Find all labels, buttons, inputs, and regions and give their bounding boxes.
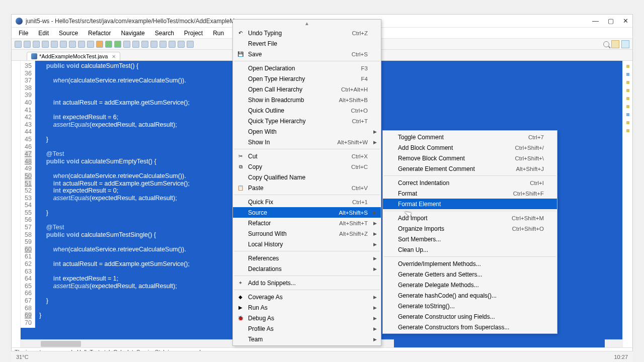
menu-navigate[interactable]: Navigate <box>117 29 148 38</box>
menu-item-declarations[interactable]: Declarations▶ <box>233 263 381 274</box>
menu-file[interactable]: File <box>15 29 32 38</box>
perspective-icon[interactable] <box>621 40 629 48</box>
menu-shortcut: Alt+Shift+J <box>501 166 544 172</box>
toolbar-icon[interactable] <box>141 41 148 48</box>
menu-item-generate-constructor-using-fields[interactable]: Generate Constructor using Fields... <box>383 311 557 322</box>
menu-item-override-implement-methods[interactable]: Override/Implement Methods... <box>383 258 557 269</box>
menu-refactor[interactable]: Refactor <box>84 29 115 38</box>
menu-item-show-in-breadcrumb[interactable]: Show in BreadcrumbAlt+Shift+B <box>233 95 381 105</box>
menu-item-cut[interactable]: ✂CutCtrl+X <box>233 151 381 161</box>
toolbar-icon[interactable] <box>169 41 176 48</box>
search-icon[interactable] <box>603 41 609 47</box>
menu-item-undo-typing[interactable]: ↶Undo TypingCtrl+Z <box>233 28 381 38</box>
menu-shortcut: Ctrl+Shift+\ <box>500 155 544 161</box>
menu-item-format-element[interactable]: Format Element <box>383 199 557 209</box>
menu-item-add-import[interactable]: Add ImportCtrl+Shift+M <box>383 213 557 223</box>
menu-item-label: Toggle Comment <box>398 134 444 141</box>
menu-item-generate-tostring[interactable]: Generate toString()... <box>383 301 557 311</box>
menu-item-label: Open Call Hierarchy <box>248 86 302 93</box>
menu-shortcut: Ctrl+Alt+H <box>326 86 368 93</box>
menu-item-refactor[interactable]: RefactorAlt+Shift+T▶ <box>233 218 381 228</box>
menu-item-sort-members[interactable]: Sort Members... <box>383 234 557 244</box>
toolbar-icon[interactable] <box>24 41 31 48</box>
menu-item-run-as[interactable]: ▶Run As▶ <box>233 302 381 313</box>
menu-item-clean-up[interactable]: Clean Up... <box>383 244 557 255</box>
minimize-button[interactable]: — <box>592 17 599 25</box>
menu-item-copy[interactable]: ⧉CopyCtrl+C <box>233 161 381 172</box>
close-button[interactable]: ✕ <box>623 17 628 25</box>
toolbar-icon[interactable] <box>178 41 185 48</box>
menu-item-add-to-snippets[interactable]: +Add to Snippets... <box>233 278 381 288</box>
menu-shortcut: Ctrl+1 <box>337 199 368 205</box>
toolbar-icon[interactable] <box>96 41 103 48</box>
menu-item-format[interactable]: FormatCtrl+Shift+F <box>383 188 557 199</box>
toolbar-icon[interactable] <box>69 41 76 48</box>
menu-item-generate-hashcode-and-equals[interactable]: Generate hashCode() and equals()... <box>383 290 557 301</box>
toolbar-icon[interactable] <box>150 41 157 48</box>
menu-search[interactable]: Search <box>151 29 178 38</box>
coverage-icon[interactable] <box>114 41 121 48</box>
menu-item-label: Clean Up... <box>398 246 428 253</box>
menu-item-references[interactable]: References▶ <box>233 253 381 263</box>
maximize-button[interactable]: ▢ <box>608 17 614 25</box>
toolbar-icon[interactable] <box>132 41 139 48</box>
toolbar-icon[interactable] <box>187 41 194 48</box>
menu-item-correct-indentation[interactable]: Correct IndentationCtrl+I <box>383 177 557 188</box>
menu-shortcut: Alt+Shift+S <box>324 210 368 216</box>
menu-item-show-in[interactable]: Show InAlt+Shift+W▶ <box>233 137 381 147</box>
menu-item-toggle-comment[interactable]: Toggle CommentCtrl+7 <box>383 132 557 142</box>
menu-item-open-call-hierarchy[interactable]: Open Call HierarchyCtrl+Alt+H <box>233 84 381 95</box>
menu-item-remove-block-comment[interactable]: Remove Block CommentCtrl+Shift+\ <box>383 153 557 163</box>
menu-item-revert-file[interactable]: Revert File <box>233 38 381 49</box>
perspective-icon[interactable] <box>611 40 619 48</box>
menu-item-local-history[interactable]: Local History▶ <box>233 239 381 249</box>
scroll-up-icon[interactable]: ▲ <box>233 21 381 28</box>
toolbar-icon[interactable] <box>159 41 167 48</box>
menu-project[interactable]: Project <box>180 29 207 38</box>
menu-shortcut: Ctrl+X <box>337 153 368 159</box>
menu-item-generate-getters-and-setters[interactable]: Generate Getters and Setters... <box>383 269 557 280</box>
menu-item-generate-delegate-methods[interactable]: Generate Delegate Methods... <box>383 280 557 290</box>
toolbar-icon[interactable] <box>33 41 40 48</box>
menu-item-icon: 📋 <box>237 185 244 192</box>
toolbar-icon[interactable] <box>15 41 22 48</box>
toolbar-icon[interactable] <box>123 41 130 48</box>
menu-item-surround-with[interactable]: Surround WithAlt+Shift+Z▶ <box>233 228 381 239</box>
menu-item-paste[interactable]: 📋PasteCtrl+V <box>233 183 381 193</box>
menu-source[interactable]: Source <box>55 29 82 38</box>
menu-item-quick-outline[interactable]: Quick OutlineCtrl+O <box>233 105 381 116</box>
menu-run[interactable]: Run <box>209 29 228 38</box>
menu-item-coverage-as[interactable]: ◆Coverage As▶ <box>233 292 381 302</box>
toolbar-icon[interactable] <box>78 41 85 48</box>
menu-item-open-type-hierarchy[interactable]: Open Type HierarchyF4 <box>233 73 381 84</box>
toolbar-icon[interactable] <box>87 41 94 48</box>
menu-item-quick-fix[interactable]: Quick FixCtrl+1 <box>233 197 381 207</box>
menu-item-source[interactable]: SourceAlt+Shift+S▶ <box>233 207 381 218</box>
menu-item-team[interactable]: Team▶ <box>233 334 381 344</box>
menu-item-add-block-comment[interactable]: Add Block CommentCtrl+Shift+/ <box>383 142 557 153</box>
menu-item-label: Generate toString()... <box>398 303 455 310</box>
menu-item-debug-as[interactable]: 🐞Debug As▶ <box>233 313 381 323</box>
menu-item-open-declaration[interactable]: Open DeclarationF3 <box>233 63 381 73</box>
hscroll-thumb[interactable] <box>41 341 81 347</box>
menu-shortcut: Alt+Shift+W <box>322 139 368 145</box>
menu-edit[interactable]: Edit <box>34 29 53 38</box>
menu-item-quick-type-hierarchy[interactable]: Quick Type HierarchyCtrl+T <box>233 116 381 126</box>
menu-shortcut: Alt+Shift+Z <box>324 231 368 237</box>
menu-item-generate-constructors-from-superclass[interactable]: Generate Constructors from Superclass... <box>383 322 557 332</box>
toolbar-icon[interactable] <box>42 41 49 48</box>
menu-item-save[interactable]: 💾SaveCtrl+S <box>233 49 381 59</box>
menu-item-generate-element-comment[interactable]: Generate Element CommentAlt+Shift+J <box>383 163 557 174</box>
menu-item-open-with[interactable]: Open With▶ <box>233 126 381 137</box>
menu-item-organize-imports[interactable]: Organize ImportsCtrl+Shift+O <box>383 223 557 234</box>
menu-item-profile-as[interactable]: Profile As▶ <box>233 323 381 334</box>
code-text[interactable]: public void calculateSumTest() { when(ca… <box>35 61 194 328</box>
menu-item-label: Save <box>248 51 262 58</box>
run-icon[interactable] <box>105 41 112 48</box>
menu-item-copy-qualified-name[interactable]: Copy Qualified Name <box>233 172 381 183</box>
toolbar-icon[interactable] <box>51 41 58 48</box>
close-icon[interactable]: ✕ <box>112 54 116 59</box>
toolbar-icon[interactable] <box>60 41 67 48</box>
editor-tab[interactable]: *AddExampleMockTest.java ✕ <box>27 52 120 60</box>
menu-item-label: Cut <box>248 153 258 160</box>
